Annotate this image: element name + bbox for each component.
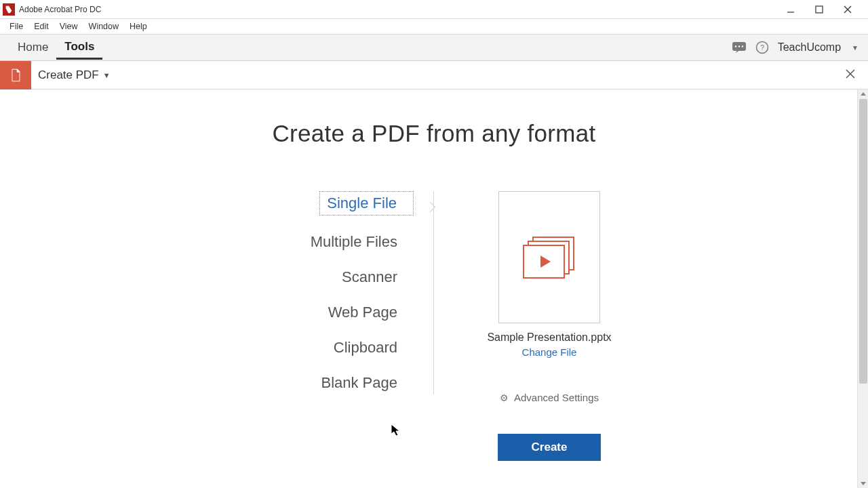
- user-dropdown-icon[interactable]: ▼: [852, 44, 859, 52]
- source-web-page[interactable]: Web Page: [224, 304, 414, 321]
- page-heading: Create a PDF from any format: [0, 120, 868, 147]
- source-scanner[interactable]: Scanner: [224, 268, 414, 286]
- svg-point-7: [742, 45, 743, 47]
- svg-rect-1: [816, 6, 823, 13]
- gear-icon: ⚙: [500, 392, 509, 403]
- create-pdf-icon: [0, 61, 31, 89]
- preview-column: Sample Presentation.pptx Change File ⚙ A…: [454, 191, 644, 461]
- close-window-button[interactable]: [840, 3, 856, 16]
- app-icon: [3, 3, 15, 16]
- nav-bar: Home Tools ? TeachUcomp ▼: [0, 34, 868, 61]
- menu-file[interactable]: File: [4, 20, 28, 33]
- vertical-scrollbar[interactable]: [857, 89, 868, 488]
- menu-window[interactable]: Window: [83, 20, 124, 33]
- user-name[interactable]: TeachUcomp: [778, 41, 841, 54]
- source-list: Single File Multiple Files Scanner Web P…: [224, 191, 414, 461]
- menu-bar: File Edit View Window Help: [0, 19, 868, 34]
- menu-view[interactable]: View: [54, 20, 83, 33]
- source-clipboard[interactable]: Clipboard: [224, 339, 414, 357]
- tool-header: Create PDF ▼: [0, 61, 868, 89]
- svg-text:?: ?: [760, 43, 764, 52]
- scrollbar-thumb[interactable]: [859, 99, 867, 384]
- change-file-link[interactable]: Change File: [522, 346, 577, 358]
- help-icon[interactable]: ?: [755, 40, 770, 55]
- file-preview[interactable]: [498, 191, 600, 323]
- create-button[interactable]: Create: [498, 434, 601, 461]
- selected-file-name: Sample Presentation.pptx: [487, 331, 611, 344]
- source-blank-page[interactable]: Blank Page: [224, 374, 414, 392]
- menu-edit[interactable]: Edit: [28, 20, 54, 33]
- advanced-settings-link[interactable]: ⚙ Advanced Settings: [500, 392, 599, 403]
- window-title: Adobe Acrobat Pro DC: [19, 5, 101, 14]
- nav-home[interactable]: Home: [9, 37, 56, 58]
- pptx-file-icon: [523, 237, 576, 279]
- source-single-file[interactable]: Single File: [319, 191, 414, 216]
- nav-tools[interactable]: Tools: [56, 36, 102, 60]
- source-multiple-files[interactable]: Multiple Files: [224, 233, 414, 251]
- advanced-settings-label: Advanced Settings: [514, 392, 599, 403]
- close-tool-button[interactable]: [833, 67, 868, 83]
- svg-point-6: [738, 45, 740, 47]
- notifications-icon[interactable]: [732, 40, 747, 55]
- tool-title[interactable]: Create PDF: [31, 68, 106, 82]
- title-bar: Adobe Acrobat Pro DC: [0, 0, 868, 19]
- minimize-button[interactable]: [783, 3, 799, 16]
- main-content: Create a PDF from any format Single File…: [0, 89, 868, 488]
- maximize-button[interactable]: [811, 3, 827, 16]
- svg-point-5: [735, 45, 736, 47]
- tool-dropdown-icon[interactable]: ▼: [103, 71, 111, 79]
- menu-help[interactable]: Help: [124, 20, 153, 33]
